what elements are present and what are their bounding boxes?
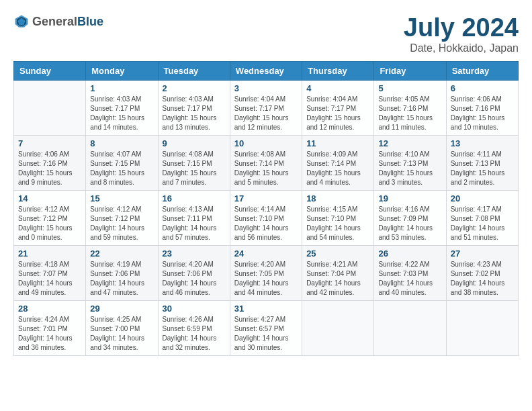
calendar-cell: 2Sunrise: 4:03 AMSunset: 7:17 PMDaylight… [158, 81, 230, 136]
daylight-text: and 34 minutes. [90, 344, 138, 351]
day-info: Sunrise: 4:08 AMSunset: 7:14 PMDaylight:… [234, 150, 298, 187]
calendar-cell: 16Sunrise: 4:13 AMSunset: 7:11 PMDayligh… [158, 191, 230, 246]
logo-icon [13, 13, 30, 30]
sunset-text: Sunset: 7:16 PM [18, 160, 68, 167]
sunrise-text: Sunrise: 4:04 AM [234, 95, 285, 103]
daylight-text: Daylight: 14 hours [18, 334, 73, 342]
daylight-text: Daylight: 15 hours [234, 169, 289, 177]
day-number: 10 [234, 138, 298, 148]
header-friday: Friday [374, 62, 446, 81]
daylight-text: and 30 minutes. [234, 344, 282, 351]
day-info: Sunrise: 4:26 AMSunset: 6:59 PMDaylight:… [163, 315, 226, 353]
sunset-text: Sunset: 7:16 PM [451, 105, 500, 112]
daylight-text: Daylight: 15 hours [90, 114, 144, 122]
week-row-3: 14Sunrise: 4:12 AMSunset: 7:12 PMDayligh… [14, 191, 519, 246]
daylight-text: Daylight: 14 hours [163, 279, 217, 287]
day-number: 6 [451, 83, 514, 93]
sunrise-text: Sunrise: 4:24 AM [18, 316, 69, 323]
sunrise-text: Sunrise: 4:08 AM [163, 150, 214, 158]
day-info: Sunrise: 4:20 AMSunset: 7:05 PMDaylight:… [234, 260, 298, 298]
sunrise-text: Sunrise: 4:06 AM [18, 150, 69, 158]
sunrise-text: Sunrise: 4:23 AM [451, 261, 502, 268]
daylight-text: Daylight: 14 hours [451, 279, 505, 287]
daylight-text: and 57 minutes. [163, 234, 210, 241]
day-info: Sunrise: 4:04 AMSunset: 7:17 PMDaylight:… [306, 95, 369, 132]
day-info: Sunrise: 4:18 AMSunset: 7:07 PMDaylight:… [18, 260, 81, 298]
daylight-text: and 13 minutes. [163, 124, 210, 131]
sunrise-text: Sunrise: 4:04 AM [306, 95, 357, 103]
day-number: 3 [234, 83, 298, 93]
sunrise-text: Sunrise: 4:06 AM [451, 95, 502, 103]
sunrise-text: Sunrise: 4:16 AM [378, 205, 429, 213]
sunset-text: Sunset: 7:17 PM [163, 105, 212, 112]
daylight-text: Daylight: 14 hours [234, 334, 289, 342]
sunrise-text: Sunrise: 4:22 AM [378, 261, 429, 268]
daylight-text: Daylight: 15 hours [163, 169, 217, 177]
calendar-cell: 23Sunrise: 4:20 AMSunset: 7:06 PMDayligh… [158, 246, 230, 301]
week-row-1: 1Sunrise: 4:03 AMSunset: 7:17 PMDaylight… [14, 81, 519, 136]
daylight-text: and 40 minutes. [378, 289, 426, 296]
calendar-header: Sunday Monday Tuesday Wednesday Thursday… [14, 62, 519, 81]
calendar-cell: 13Sunrise: 4:11 AMSunset: 7:13 PMDayligh… [446, 136, 518, 191]
calendar-cell: 18Sunrise: 4:15 AMSunset: 7:10 PMDayligh… [302, 191, 374, 246]
daylight-text: Daylight: 14 hours [306, 279, 361, 287]
sunset-text: Sunset: 7:17 PM [90, 105, 140, 112]
sunrise-text: Sunrise: 4:25 AM [90, 316, 141, 323]
calendar-table: Sunday Monday Tuesday Wednesday Thursday… [13, 61, 519, 356]
daylight-text: Daylight: 14 hours [18, 279, 73, 287]
sunrise-text: Sunrise: 4:18 AM [18, 261, 69, 268]
day-info: Sunrise: 4:14 AMSunset: 7:10 PMDaylight:… [234, 205, 298, 242]
header-monday: Monday [86, 62, 158, 81]
calendar-cell: 15Sunrise: 4:12 AMSunset: 7:12 PMDayligh… [86, 191, 158, 246]
day-info: Sunrise: 4:27 AMSunset: 6:57 PMDaylight:… [234, 315, 298, 353]
day-info: Sunrise: 4:03 AMSunset: 7:17 PMDaylight:… [163, 95, 226, 132]
day-number: 11 [306, 138, 369, 148]
day-info: Sunrise: 4:09 AMSunset: 7:14 PMDaylight:… [306, 150, 369, 187]
sunset-text: Sunset: 7:03 PM [378, 270, 428, 277]
day-number: 17 [234, 193, 298, 203]
calendar-cell: 9Sunrise: 4:08 AMSunset: 7:15 PMDaylight… [158, 136, 230, 191]
day-info: Sunrise: 4:20 AMSunset: 7:06 PMDaylight:… [163, 260, 226, 298]
sunrise-text: Sunrise: 4:19 AM [90, 261, 141, 268]
daylight-text: and 0 minutes. [18, 234, 62, 241]
sunset-text: Sunset: 7:11 PM [163, 215, 212, 222]
daylight-text: Daylight: 15 hours [306, 169, 361, 177]
sunset-text: Sunset: 7:09 PM [378, 215, 428, 222]
daylight-text: Daylight: 15 hours [451, 114, 505, 122]
calendar-cell [374, 301, 446, 356]
daylight-text: and 8 minutes. [90, 179, 134, 186]
daylight-text: Daylight: 14 hours [234, 279, 289, 287]
day-info: Sunrise: 4:15 AMSunset: 7:10 PMDaylight:… [306, 205, 369, 242]
header-thursday: Thursday [302, 62, 374, 81]
daylight-text: and 3 minutes. [378, 179, 423, 186]
sunrise-text: Sunrise: 4:08 AM [234, 150, 285, 158]
day-info: Sunrise: 4:13 AMSunset: 7:11 PMDaylight:… [163, 205, 226, 242]
sunrise-text: Sunrise: 4:13 AM [163, 205, 214, 213]
daylight-text: and 9 minutes. [18, 179, 62, 186]
day-number: 21 [18, 248, 81, 259]
day-number: 4 [306, 83, 369, 93]
day-number: 28 [18, 304, 81, 314]
daylight-text: and 47 minutes. [90, 289, 138, 296]
day-number: 2 [163, 83, 226, 93]
calendar-cell: 6Sunrise: 4:06 AMSunset: 7:16 PMDaylight… [446, 81, 518, 136]
day-number: 18 [306, 193, 369, 203]
logo-blue: Blue [77, 15, 103, 28]
day-info: Sunrise: 4:07 AMSunset: 7:15 PMDaylight:… [90, 150, 153, 187]
sunset-text: Sunset: 7:02 PM [451, 270, 500, 277]
calendar-cell: 31Sunrise: 4:27 AMSunset: 6:57 PMDayligh… [230, 301, 302, 356]
calendar-cell: 30Sunrise: 4:26 AMSunset: 6:59 PMDayligh… [158, 301, 230, 356]
calendar-cell: 17Sunrise: 4:14 AMSunset: 7:10 PMDayligh… [230, 191, 302, 246]
sunrise-text: Sunrise: 4:11 AM [451, 150, 502, 158]
sunset-text: Sunset: 7:14 PM [306, 160, 356, 167]
sunset-text: Sunset: 7:14 PM [234, 160, 284, 167]
sunset-text: Sunset: 7:08 PM [451, 215, 500, 222]
calendar-cell [14, 81, 86, 136]
sunset-text: Sunset: 7:12 PM [90, 215, 140, 222]
sunrise-text: Sunrise: 4:09 AM [306, 150, 357, 158]
day-info: Sunrise: 4:22 AMSunset: 7:03 PMDaylight:… [378, 260, 441, 298]
day-number: 5 [378, 83, 441, 93]
daylight-text: and 53 minutes. [378, 234, 426, 241]
daylight-text: Daylight: 15 hours [163, 114, 217, 122]
sunset-text: Sunset: 6:57 PM [234, 325, 284, 332]
